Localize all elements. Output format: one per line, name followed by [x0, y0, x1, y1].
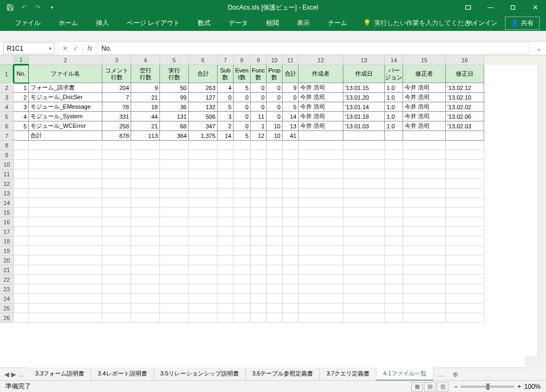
column-header[interactable]: 1 [14, 55, 29, 65]
empty-cell[interactable] [267, 294, 283, 304]
empty-cell[interactable] [160, 217, 189, 227]
tab-team[interactable]: チーム [320, 15, 355, 31]
empty-cell[interactable] [29, 198, 102, 208]
data-cell[interactable]: 1.0 [385, 112, 403, 121]
vertical-scrollbar[interactable] [537, 65, 546, 368]
tab-review[interactable]: 校閲 [259, 15, 286, 31]
column-header[interactable]: 7 [218, 55, 234, 65]
data-cell[interactable]: '13.02.06 [446, 112, 484, 121]
empty-cell[interactable] [267, 265, 283, 275]
column-header[interactable]: 2 [29, 55, 102, 65]
empty-cell[interactable] [299, 160, 343, 169]
empty-cell[interactable] [102, 256, 131, 265]
row-header[interactable]: 15 [0, 208, 14, 217]
empty-cell[interactable] [446, 198, 484, 208]
qat-dropdown-icon[interactable]: ▾ [47, 3, 57, 12]
empty-cell[interactable] [14, 246, 29, 256]
normal-view-icon[interactable]: ▦ [411, 382, 423, 391]
header-cell[interactable]: 作成日 [343, 65, 385, 83]
row-header[interactable]: 26 [0, 313, 14, 323]
empty-cell[interactable] [343, 198, 385, 208]
empty-cell[interactable] [446, 189, 484, 198]
empty-cell[interactable] [283, 265, 299, 275]
empty-cell[interactable] [218, 275, 234, 284]
chevron-down-icon[interactable]: ▾ [49, 46, 52, 51]
empty-cell[interactable] [267, 208, 283, 217]
empty-cell[interactable] [218, 198, 234, 208]
row-header[interactable]: 5 [0, 112, 14, 121]
empty-cell[interactable] [385, 198, 403, 208]
empty-cell[interactable] [267, 141, 283, 150]
empty-cell[interactable] [218, 217, 234, 227]
row-header[interactable]: 7 [0, 131, 14, 141]
row-header[interactable]: 16 [0, 217, 14, 227]
empty-cell[interactable] [343, 256, 385, 265]
header-cell[interactable]: No. [14, 65, 29, 83]
sheet-prev-icon[interactable]: ◀ [4, 371, 9, 378]
data-cell[interactable]: 今井 浩司 [403, 121, 446, 131]
header-cell[interactable]: 実行 行数 [160, 65, 189, 83]
empty-cell[interactable] [29, 313, 102, 323]
data-cell[interactable]: 0 [251, 83, 267, 93]
empty-cell[interactable] [343, 208, 385, 217]
empty-cell[interactable] [14, 265, 29, 275]
empty-cell[interactable] [283, 284, 299, 294]
empty-cell[interactable] [234, 256, 251, 265]
empty-cell[interactable] [343, 141, 385, 150]
new-sheet-icon[interactable]: ⊕ [448, 371, 462, 378]
column-header[interactable]: 6 [189, 55, 218, 65]
empty-cell[interactable] [160, 141, 189, 150]
row-header[interactable]: 23 [0, 284, 14, 294]
empty-cell[interactable] [160, 150, 189, 160]
data-cell[interactable]: '13.01.14 [343, 102, 385, 112]
column-header[interactable]: 14 [385, 55, 403, 65]
empty-cell[interactable] [299, 150, 343, 160]
empty-cell[interactable] [299, 198, 343, 208]
header-cell[interactable]: 修正者 [403, 65, 446, 83]
empty-cell[interactable] [29, 304, 102, 313]
data-cell[interactable]: 14 [218, 131, 234, 141]
data-cell[interactable]: 0 [267, 93, 283, 102]
data-cell[interactable]: 1.0 [385, 83, 403, 93]
empty-cell[interactable] [234, 179, 251, 189]
empty-cell[interactable] [385, 169, 403, 179]
row-header[interactable]: 3 [0, 93, 14, 102]
empty-cell[interactable] [283, 246, 299, 256]
tell-me-search[interactable]: 💡 実行したい作業を入力してください [363, 19, 477, 28]
row-header[interactable]: 25 [0, 304, 14, 313]
empty-cell[interactable] [131, 208, 160, 217]
header-cell[interactable]: Func 数 [251, 65, 267, 83]
empty-cell[interactable] [102, 275, 131, 284]
empty-cell[interactable] [234, 275, 251, 284]
ribbon-options-icon[interactable] [457, 0, 479, 15]
empty-cell[interactable] [251, 275, 267, 284]
empty-cell[interactable] [385, 294, 403, 304]
empty-cell[interactable] [218, 304, 234, 313]
empty-cell[interactable] [385, 141, 403, 150]
empty-cell[interactable] [29, 169, 102, 179]
data-cell[interactable]: 7 [102, 93, 131, 102]
empty-cell[interactable] [189, 208, 218, 217]
empty-cell[interactable] [251, 304, 267, 313]
data-cell[interactable]: 1.0 [385, 121, 403, 131]
close-icon[interactable]: ✕ [525, 0, 546, 15]
page-break-icon[interactable]: ▥ [437, 382, 448, 391]
empty-cell[interactable] [234, 284, 251, 294]
empty-cell[interactable] [160, 284, 189, 294]
empty-cell[interactable] [29, 208, 102, 217]
data-cell[interactable]: 36 [160, 102, 189, 112]
data-cell[interactable]: 50 [160, 83, 189, 93]
empty-cell[interactable] [160, 275, 189, 284]
data-cell[interactable]: '13.02.02 [446, 102, 484, 112]
empty-cell[interactable] [218, 265, 234, 275]
empty-cell[interactable] [218, 150, 234, 160]
empty-cell[interactable] [131, 217, 160, 227]
empty-cell[interactable] [385, 313, 403, 323]
empty-cell[interactable] [446, 160, 484, 169]
share-button[interactable]: 👤 共有 [505, 17, 540, 30]
empty-cell[interactable] [102, 198, 131, 208]
empty-cell[interactable] [218, 246, 234, 256]
data-cell[interactable]: 0 [234, 121, 251, 131]
empty-cell[interactable] [189, 198, 218, 208]
empty-cell[interactable] [234, 169, 251, 179]
